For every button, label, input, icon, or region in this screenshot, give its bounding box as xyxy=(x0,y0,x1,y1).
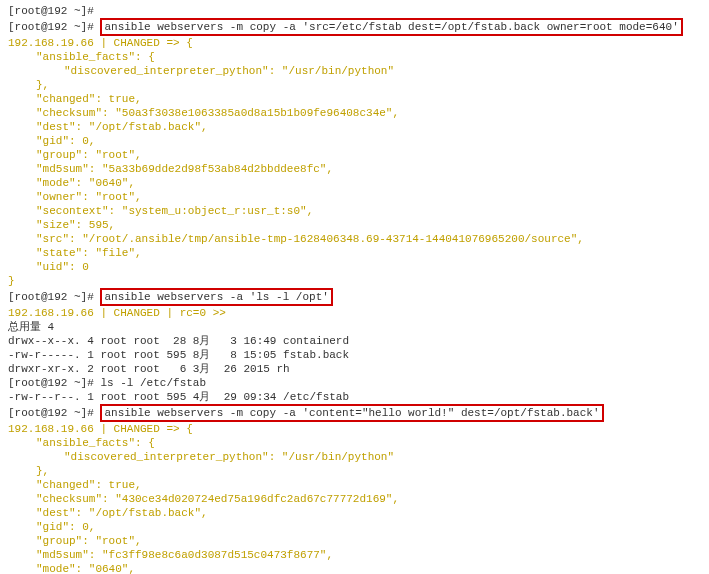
highlight-box-2: ansible webservers -a 'ls -l /opt' xyxy=(100,288,332,306)
cmd-line-2: [root@192 ~]# ansible webservers -a 'ls … xyxy=(8,288,701,306)
r2-md5sum: "md5sum": "fc3ff98e8c6a0d3087d515c0473f8… xyxy=(8,548,701,562)
changed-true-2: "changed": true, xyxy=(8,478,701,492)
ls-total: 总用量 4 xyxy=(8,320,701,334)
r2-dest: "dest": "/opt/fstab.back", xyxy=(8,506,701,520)
r1-uid: "uid": 0 xyxy=(8,260,701,274)
prompt-line-0: [root@192 ~]# xyxy=(8,4,701,18)
r1-secontext: "secontext": "system_u:object_r:usr_t:s0… xyxy=(8,204,701,218)
host-result-1: 192.168.19.66 | CHANGED => { xyxy=(8,36,701,50)
host-result-3: 192.168.19.66 | CHANGED => { xyxy=(8,422,701,436)
r1-owner: "owner": "root", xyxy=(8,190,701,204)
host-result-2: 192.168.19.66 | CHANGED | rc=0 >> xyxy=(8,306,701,320)
r2-gid: "gid": 0, xyxy=(8,520,701,534)
r1-state: "state": "file", xyxy=(8,246,701,260)
r1-dest: "dest": "/opt/fstab.back", xyxy=(8,120,701,134)
ls-row-3: drwxr-xr-x. 2 root root 6 3月 26 2015 rh xyxy=(8,362,701,376)
prompt-4: [root@192 ~]# xyxy=(8,407,94,419)
ls-row-2: -rw-r-----. 1 root root 595 8月 8 15:05 f… xyxy=(8,348,701,362)
r2-checksum: "checksum": "430ce34d020724ed75a196dfc2a… xyxy=(8,492,701,506)
highlight-box-1: ansible webservers -m copy -a 'src=/etc/… xyxy=(100,18,682,36)
close-1: } xyxy=(8,274,701,288)
prompt-2: [root@192 ~]# xyxy=(8,291,94,303)
cmd-line-1: [root@192 ~]# ansible webservers -m copy… xyxy=(8,18,701,36)
facts-close: }, xyxy=(8,78,701,92)
r1-group: "group": "root", xyxy=(8,148,701,162)
ansible-facts-open-2: "ansible_facts": { xyxy=(8,436,701,450)
ls-row-1: drwx--x--x. 4 root root 28 8月 3 16:49 co… xyxy=(8,334,701,348)
interpreter-2: "discovered_interpreter_python": "/usr/b… xyxy=(8,450,701,464)
cmd-line-3: [root@192 ~]# ls -l /etc/fstab xyxy=(8,376,701,390)
cmd-line-4: [root@192 ~]# ansible webservers -m copy… xyxy=(8,404,701,422)
r2-group: "group": "root", xyxy=(8,534,701,548)
r2-mode: "mode": "0640", xyxy=(8,562,701,574)
r1-mode: "mode": "0640", xyxy=(8,176,701,190)
facts-close-2: }, xyxy=(8,464,701,478)
r1-src: "src": "/root/.ansible/tmp/ansible-tmp-1… xyxy=(8,232,701,246)
r1-gid: "gid": 0, xyxy=(8,134,701,148)
r1-checksum: "checksum": "50a3f3038e1063385a0d8a15b1b… xyxy=(8,106,701,120)
prompt-1: [root@192 ~]# xyxy=(8,21,94,33)
changed-true-1: "changed": true, xyxy=(8,92,701,106)
highlight-box-3: ansible webservers -m copy -a 'content="… xyxy=(100,404,603,422)
r1-size: "size": 595, xyxy=(8,218,701,232)
ansible-facts-open: "ansible_facts": { xyxy=(8,50,701,64)
interpreter: "discovered_interpreter_python": "/usr/b… xyxy=(8,64,701,78)
ls-fstab: -rw-r--r--. 1 root root 595 4月 29 09:34 … xyxy=(8,390,701,404)
r1-md5sum: "md5sum": "5a33b69dde2d98f53ab84d2bbddee… xyxy=(8,162,701,176)
